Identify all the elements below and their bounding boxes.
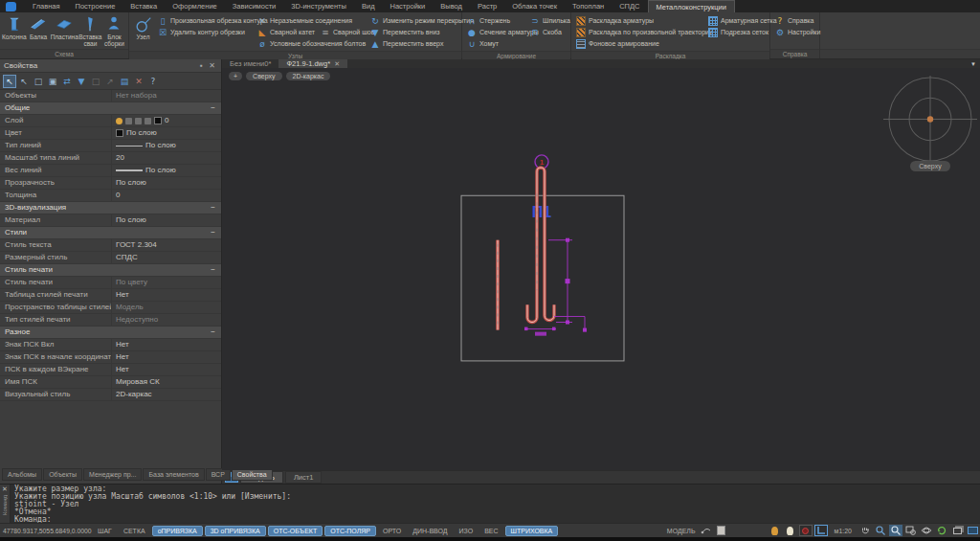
ucs-indicator-icon[interactable] xyxy=(799,525,813,536)
layer-freeze-icon[interactable] xyxy=(125,118,132,124)
toggle-3d-oprivyazka[interactable]: 3D оПРИВЯЗКА xyxy=(205,526,266,536)
select-add-icon[interactable]: ↖ xyxy=(3,75,16,88)
section-3d-visualization[interactable]: 3D-визуализация xyxy=(0,202,221,214)
toggle-ves[interactable]: ВЕС xyxy=(479,527,502,535)
prop-value[interactable]: Нет xyxy=(111,289,221,301)
chevron-down-icon[interactable]: ▼ xyxy=(967,59,980,68)
prop-value[interactable]: ГОСТ 2.304 xyxy=(111,239,221,251)
regen-icon[interactable] xyxy=(935,525,948,536)
zoom-window-icon[interactable] xyxy=(889,525,902,536)
viewport-view-button[interactable]: Сверху xyxy=(246,72,281,80)
tab-vid[interactable]: Вид xyxy=(354,0,383,12)
ribbon-item-move-up[interactable]: ▲Переместить вверх xyxy=(370,38,457,49)
tab-metallokonstrukcii[interactable]: Металлоконструкции xyxy=(648,0,735,12)
prop-value[interactable]: Нет xyxy=(111,351,221,363)
section-obshchie[interactable]: Общие xyxy=(0,102,221,115)
ribbon-item-skoba[interactable]: ⊓Скоба xyxy=(530,27,567,37)
prop-value[interactable]: СПДС xyxy=(111,252,221,263)
orbit-icon[interactable] xyxy=(920,525,933,536)
ribbon-item-move-down[interactable]: ▼Переместить вниз xyxy=(370,27,457,37)
ribbon-item-armaturnaya-setka[interactable]: Арматурная сетка xyxy=(708,15,766,26)
prop-value[interactable]: 0 xyxy=(111,115,221,126)
assembly-block-button[interactable]: Блок сборки xyxy=(102,13,126,49)
close-icon[interactable]: ✕ xyxy=(207,61,217,70)
close-command-icon[interactable]: ✕ xyxy=(2,485,8,493)
collapse-icon[interactable] xyxy=(211,327,215,338)
tab-baza-elementov[interactable]: База элементов xyxy=(143,468,204,481)
pin-icon[interactable]: ▪ xyxy=(196,61,207,70)
ribbon-item-weld-seam[interactable]: ≡Сварной шов xyxy=(321,27,374,37)
prop-value[interactable]: Нет xyxy=(111,339,221,350)
prop-value[interactable]: 2D-каркас xyxy=(111,389,221,400)
tab-obekty[interactable]: Объекты xyxy=(43,468,82,481)
help-circle-icon[interactable]: ? xyxy=(146,75,160,88)
ribbon-item-raskladka-armatury[interactable]: Раскладка арматуры xyxy=(576,15,702,26)
filter-icon[interactable]: ▼ xyxy=(75,75,88,88)
collapse-icon[interactable] xyxy=(211,202,215,214)
command-history[interactable]: Укажите размер узла: Укажите позицию узл… xyxy=(11,485,980,523)
prop-value[interactable]: 0 xyxy=(111,190,221,201)
tab-vyvod[interactable]: Вывод xyxy=(433,0,470,12)
copy-properties-icon[interactable]: ▤ xyxy=(118,75,131,88)
prop-value[interactable]: По цвету xyxy=(111,277,221,288)
compass-center-dot[interactable] xyxy=(927,116,933,122)
rect-select-all-icon[interactable]: ▣ xyxy=(46,75,59,88)
collapse-icon[interactable] xyxy=(211,102,215,114)
prop-value[interactable]: Модель xyxy=(111,302,221,313)
ribbon-item-fonovoe-armirovanie[interactable]: Фоновое армирование xyxy=(576,38,702,49)
prop-value[interactable]: 20 xyxy=(111,152,221,164)
prop-value[interactable]: По слою xyxy=(111,177,221,189)
toggle-oprivyazka[interactable]: оПРИВЯЗКА xyxy=(152,526,203,536)
tab-oformlenie[interactable]: Оформление xyxy=(165,0,225,12)
paper-icon[interactable] xyxy=(715,525,728,536)
tab-rastr[interactable]: Растр xyxy=(470,0,504,12)
plate-button[interactable]: Пластина xyxy=(51,13,78,49)
insert-pile-button[interactable]: Вставка сваи xyxy=(78,13,102,49)
ribbon-item-sterzhen[interactable]: ∩Стержень xyxy=(467,15,524,26)
node-button[interactable]: Узел xyxy=(131,13,155,51)
toggle-setka[interactable]: СЕТКА xyxy=(119,527,150,535)
toggle-shag[interactable]: ШАГ xyxy=(93,527,117,535)
ribbon-item-sechenie-armatury[interactable]: ●Сечение арматуры xyxy=(467,27,524,37)
part-label[interactable]: П1 xyxy=(532,203,551,220)
tab-postroenie[interactable]: Построение xyxy=(68,0,123,12)
lightbulb-cursor-icon[interactable] xyxy=(768,525,782,536)
layer-color-swatch[interactable] xyxy=(154,117,162,124)
tab-3d-instrumenty[interactable]: 3D-инструменты xyxy=(283,0,354,12)
beam-button[interactable]: Балка xyxy=(27,13,51,49)
collapse-icon[interactable] xyxy=(211,227,215,238)
ribbon-item-change-overlap-mode[interactable]: ↻Изменить режим перекрытия xyxy=(370,15,457,26)
ribbon-item-podrezka-setok[interactable]: Подрезка сеток xyxy=(708,27,766,37)
clear-icon[interactable]: ✕ xyxy=(132,75,145,88)
drawing-canvas[interactable]: + Сверху 2D-каркас Сверху 1 xyxy=(222,68,980,470)
prop-value[interactable]: По слою xyxy=(111,214,221,226)
toggle-ots-obekt[interactable]: ОТС-ОБЪЕКТ xyxy=(268,526,323,536)
tab-albomy[interactable]: Альбомы xyxy=(2,468,42,481)
toggle-ots-polyar[interactable]: ОТС-ПОЛЯР xyxy=(324,526,376,536)
close-tab-icon[interactable]: ✕ xyxy=(334,60,340,68)
ribbon-item-nastroyki[interactable]: ⚙Настройки xyxy=(775,27,820,37)
ribbon-item-delete-crop[interactable]: ☒Удалить контур обрезки xyxy=(158,27,252,37)
fullscreen-icon[interactable] xyxy=(966,525,979,536)
rebar-bent[interactable] xyxy=(527,168,554,323)
toggle-izo[interactable]: ИЗО xyxy=(455,527,479,535)
toggle-din-vvod[interactable]: ДИН-ВВОД xyxy=(408,527,452,535)
model-space-label[interactable]: МОДЕЛЬ xyxy=(667,528,696,534)
tab-topoplan[interactable]: Топоплан xyxy=(565,0,612,12)
tab-zavisimosti[interactable]: Зависимости xyxy=(225,0,284,12)
ribbon-item-raskladka-po-traektorii[interactable]: Раскладка по произвольной траектории xyxy=(576,27,702,37)
ribbon-item-shpilka[interactable]: ⊃Шпилька xyxy=(530,15,567,26)
swap-selection-icon[interactable]: ⇄ xyxy=(60,75,74,88)
quick-select-icon[interactable]: □ xyxy=(89,75,102,88)
toggle-shtrikhovka[interactable]: ШТРИХОВКА xyxy=(505,526,559,536)
ribbon-item-spravka[interactable]: ?Справка xyxy=(775,15,820,26)
ruler-icon[interactable] xyxy=(814,525,828,536)
section-stil-pechati[interactable]: Стиль печати xyxy=(0,264,221,277)
viewports-icon[interactable] xyxy=(950,525,964,536)
annotation-scale[interactable]: м1:20 xyxy=(835,528,852,534)
doc-tab-unnamed[interactable]: Без имени0* xyxy=(222,59,278,68)
viewport-add-button[interactable]: + xyxy=(229,72,242,80)
layer-on-icon[interactable] xyxy=(116,118,122,124)
doc-tab-active[interactable]: Ф21.9-1.dwg*✕ xyxy=(278,59,347,68)
tab-vstavka[interactable]: Вставка xyxy=(122,0,165,12)
